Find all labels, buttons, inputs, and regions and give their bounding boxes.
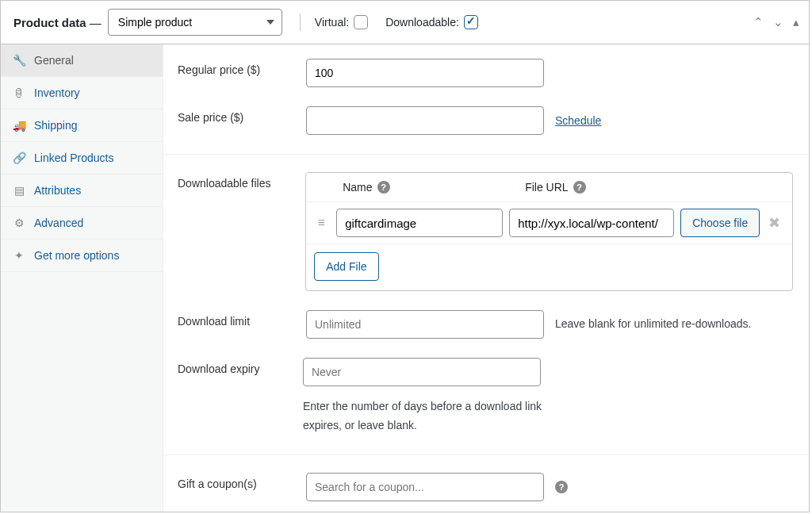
tab-linked-products[interactable]: 🔗 Linked Products: [1, 142, 163, 175]
tab-shipping[interactable]: 🚚 Shipping: [1, 109, 163, 142]
sidebar-item-label: Shipping: [34, 119, 78, 132]
gift-coupon-label: Gift a coupon(s): [178, 473, 306, 490]
tab-inventory[interactable]: 🛢 Inventory: [1, 77, 163, 109]
divider: [163, 455, 809, 455]
regular-price-label: Regular price ($): [178, 59, 306, 76]
sidebar-item-label: General: [34, 54, 74, 67]
tab-get-more-options[interactable]: ✦ Get more options: [1, 240, 163, 272]
download-expiry-label: Download expiry: [178, 358, 303, 375]
col-url-label: File URL: [525, 181, 568, 194]
download-expiry-input[interactable]: [303, 358, 541, 386]
general-tab-content: Regular price ($) Sale price ($) Schedul…: [163, 44, 809, 512]
help-icon[interactable]: ?: [573, 181, 586, 194]
sale-price-input[interactable]: [306, 106, 544, 135]
downloadable-files-label: Downloadable files: [178, 172, 305, 190]
move-down-icon[interactable]: ⌄: [773, 15, 783, 29]
sparkle-icon: ✦: [12, 249, 26, 262]
add-file-button[interactable]: Add File: [314, 252, 378, 281]
download-limit-label: Download limit: [178, 310, 306, 328]
download-limit-input[interactable]: [306, 310, 544, 339]
help-icon[interactable]: ?: [555, 481, 568, 493]
virtual-label: Virtual:: [315, 16, 349, 29]
panel-header: Product data — Simple product Virtual: D…: [1, 1, 809, 44]
remove-file-icon[interactable]: ✖: [766, 214, 782, 232]
file-url-input[interactable]: [509, 209, 674, 237]
product-data-panel: Product data — Simple product Virtual: D…: [0, 0, 810, 512]
product-tabs-sidebar: 🔧 General 🛢 Inventory 🚚 Shipping 🔗 Linke…: [1, 44, 163, 512]
schedule-link[interactable]: Schedule: [555, 114, 601, 127]
sidebar-item-label: Linked Products: [34, 152, 113, 164]
collapse-icon[interactable]: ▴: [793, 15, 799, 29]
panel-title: Product data —: [13, 16, 102, 29]
download-expiry-hint: Enter the number of days before a downlo…: [303, 397, 557, 435]
downloadable-files-box: Name ? File URL ? ≡ Choose file ✖ Add Fi…: [305, 172, 793, 291]
downloadable-label: Downloadable:: [385, 16, 459, 29]
sale-price-label: Sale price ($): [178, 106, 306, 124]
separator: [300, 13, 301, 31]
tab-attributes[interactable]: ▤ Attributes: [1, 175, 163, 207]
truck-icon: 🚚: [12, 119, 26, 132]
gift-coupon-input[interactable]: [306, 473, 544, 501]
wrench-icon: 🔧: [12, 54, 26, 67]
help-icon[interactable]: ?: [377, 181, 390, 194]
col-name-label: Name: [343, 181, 372, 194]
file-row: ≡ Choose file ✖: [306, 201, 792, 244]
inventory-icon: 🛢: [12, 86, 26, 99]
download-limit-hint: Leave blank for unlimited re-downloads.: [555, 315, 751, 334]
link-icon: 🔗: [12, 152, 26, 164]
file-name-input[interactable]: [336, 209, 503, 237]
product-type-select[interactable]: Simple product: [108, 9, 282, 36]
sidebar-item-label: Get more options: [34, 249, 119, 262]
tab-general[interactable]: 🔧 General: [1, 44, 163, 77]
gear-icon: ⚙: [12, 217, 26, 229]
virtual-checkbox[interactable]: [354, 15, 368, 29]
tab-advanced[interactable]: ⚙ Advanced: [1, 207, 163, 240]
divider: [163, 154, 809, 155]
drag-handle-icon[interactable]: ≡: [312, 216, 330, 230]
list-icon: ▤: [12, 184, 26, 197]
sidebar-item-label: Inventory: [34, 86, 80, 99]
move-up-icon[interactable]: ⌃: [753, 15, 764, 29]
sidebar-item-label: Advanced: [34, 217, 83, 229]
choose-file-button[interactable]: Choose file: [680, 209, 760, 237]
downloadable-checkbox[interactable]: [464, 15, 478, 29]
regular-price-input[interactable]: [306, 59, 544, 87]
sidebar-item-label: Attributes: [34, 184, 81, 197]
